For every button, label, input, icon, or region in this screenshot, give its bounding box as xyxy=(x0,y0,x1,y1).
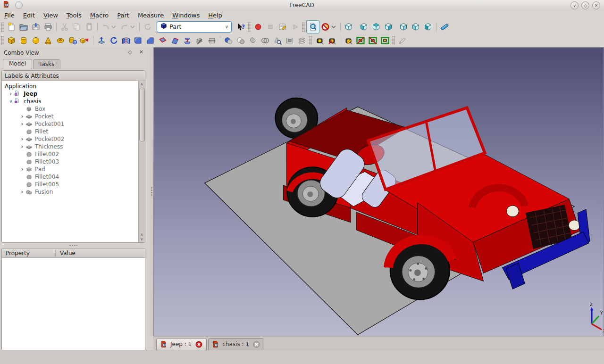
view-rear-button[interactable] xyxy=(397,21,410,33)
tab-model[interactable]: Model xyxy=(3,59,32,69)
dropdown-chevron-button[interactable] xyxy=(332,21,338,33)
part-cylinder-button[interactable] xyxy=(17,34,30,47)
cross-sections-button[interactable] xyxy=(296,34,308,47)
copy-button[interactable] xyxy=(71,21,83,33)
tree-item-application[interactable]: Application xyxy=(2,83,139,90)
menu-windows[interactable]: Windows xyxy=(168,11,204,19)
expand-icon[interactable]: › xyxy=(20,166,25,173)
property-list[interactable] xyxy=(2,258,145,364)
dropdown-chevron-button[interactable] xyxy=(131,21,137,33)
toolbar-drag-handle[interactable] xyxy=(1,22,4,32)
loft-button[interactable] xyxy=(181,34,193,47)
measure-toggle-3d-button[interactable] xyxy=(367,34,379,47)
tree-item-jeep[interactable]: ›Jeep xyxy=(2,90,139,98)
tree-item-fillet[interactable]: Fillet xyxy=(2,128,139,135)
dropdown-chevron-button[interactable] xyxy=(112,21,118,33)
section-button[interactable] xyxy=(206,34,218,47)
boolean-union-button[interactable] xyxy=(222,34,235,47)
scroll-up2-icon[interactable]: ∧ xyxy=(139,232,145,237)
tree-item-fillet005[interactable]: Fillet005 xyxy=(2,181,139,188)
part-sphere-button[interactable] xyxy=(30,34,42,47)
macro-play-button[interactable] xyxy=(289,21,301,33)
tree-item-pad[interactable]: ›Pad xyxy=(2,165,139,173)
expand-icon[interactable]: › xyxy=(20,189,25,195)
tree-item-fusion[interactable]: ›Fusion xyxy=(2,188,139,196)
menu-file[interactable]: File xyxy=(0,11,19,19)
zoom-fit-all-button[interactable] xyxy=(306,20,319,33)
macro-record-button[interactable] xyxy=(252,21,264,33)
toolbar-drag-handle[interactable] xyxy=(392,36,395,45)
expand-icon[interactable]: › xyxy=(20,121,25,127)
shape-builder-button[interactable] xyxy=(79,34,91,47)
tree-item-chasis[interactable]: ∨chasis xyxy=(2,98,139,105)
revolve-button[interactable] xyxy=(108,34,120,47)
tab-tasks[interactable]: Tasks xyxy=(33,59,60,69)
tree-item-pocket002[interactable]: ›Pocket002 xyxy=(2,135,139,143)
extrude-button[interactable] xyxy=(95,34,108,47)
scrollbar-thumb[interactable] xyxy=(139,88,145,141)
menu-tools[interactable]: Tools xyxy=(62,11,86,19)
part-primitives-button[interactable] xyxy=(67,34,79,47)
whats-this-button[interactable]: ? xyxy=(235,21,247,33)
menu-edit[interactable]: Edit xyxy=(19,11,39,19)
tree-item-pocket001[interactable]: ›Pocket001 xyxy=(2,120,139,128)
boolean-cut-button[interactable] xyxy=(235,34,247,47)
boolean-fuse-button[interactable] xyxy=(247,34,259,47)
tree-item-pocket[interactable]: ›Pocket xyxy=(2,113,139,120)
view-isometric-button[interactable] xyxy=(343,21,355,33)
part-cone-button[interactable] xyxy=(42,34,54,47)
tree-item-thickness[interactable]: ›Thickness xyxy=(2,143,139,150)
view-front-button[interactable] xyxy=(358,21,370,33)
fillet-button[interactable] xyxy=(132,34,144,47)
paste-button[interactable] xyxy=(83,21,95,33)
refresh-button[interactable] xyxy=(142,21,154,33)
menu-view[interactable]: View xyxy=(39,11,62,19)
expand-icon[interactable]: › xyxy=(20,113,25,120)
toolbar-drag-handle[interactable] xyxy=(248,22,251,32)
ruled-surface-button[interactable] xyxy=(169,34,181,47)
toolbar-drag-handle[interactable] xyxy=(302,22,305,32)
macro-stop-button[interactable] xyxy=(264,21,277,33)
print-document-button[interactable] xyxy=(42,21,54,33)
main-splitter[interactable] xyxy=(150,47,153,336)
tab-close-icon[interactable] xyxy=(253,341,260,348)
doc-tab-chasis[interactable]: chasis : 1 xyxy=(208,338,264,350)
measure-toggle-dimensions-button[interactable] xyxy=(379,34,391,47)
close-button[interactable]: ✕ xyxy=(592,1,600,9)
3d-viewport[interactable]: Z Y X xyxy=(153,47,604,336)
sweep-button[interactable] xyxy=(193,34,206,47)
scroll-down-icon[interactable]: ∨ xyxy=(139,237,145,241)
titlebar[interactable]: FreeCAD ∨◇✕ xyxy=(0,0,604,11)
cut-button[interactable] xyxy=(59,21,71,33)
view-top-button[interactable] xyxy=(370,21,382,33)
menu-macro[interactable]: Macro xyxy=(86,11,113,19)
measure-distance-button[interactable] xyxy=(438,21,451,33)
panel-float-icon[interactable]: ◇ xyxy=(128,49,132,55)
panel-splitter-handle[interactable] xyxy=(1,243,144,247)
panel-close-icon[interactable]: ✕ xyxy=(139,49,143,55)
defeaturing-button[interactable] xyxy=(284,34,296,47)
boolean-common-button[interactable] xyxy=(259,34,271,47)
model-tree[interactable]: Application›Jeep∨chasisBox›Pocket›Pocket… xyxy=(2,81,139,242)
view-right-button[interactable] xyxy=(382,21,394,33)
view-bottom-button[interactable] xyxy=(410,21,422,33)
tree-item-box[interactable]: Box xyxy=(2,105,139,113)
measure-clear-all-button[interactable] xyxy=(342,34,354,47)
tree-scrollbar[interactable]: ∧ ∧ ∨ xyxy=(138,81,145,242)
maximize-button[interactable]: ◇ xyxy=(581,1,589,9)
collapse-icon[interactable]: ∨ xyxy=(8,99,13,104)
part-box-button[interactable] xyxy=(5,34,17,47)
mirror-button[interactable] xyxy=(120,34,132,47)
shade-button[interactable]: ∨ xyxy=(570,1,579,9)
tree-item-fillet003[interactable]: Fillet003 xyxy=(2,158,139,165)
property-column-header[interactable]: Property xyxy=(2,250,55,256)
chamfer-button[interactable] xyxy=(144,34,157,47)
sketch-pencil-button[interactable] xyxy=(396,34,409,47)
tab-close-icon[interactable] xyxy=(195,341,202,348)
make-face-button[interactable] xyxy=(157,34,169,47)
measure-linear-button[interactable] xyxy=(313,34,326,47)
window-menu-button[interactable] xyxy=(15,1,23,9)
workbench-selector[interactable]: Part∨ xyxy=(157,21,232,33)
tree-item-fillet004[interactable]: Fillet004 xyxy=(2,173,139,181)
value-column-header[interactable]: Value xyxy=(60,250,76,256)
